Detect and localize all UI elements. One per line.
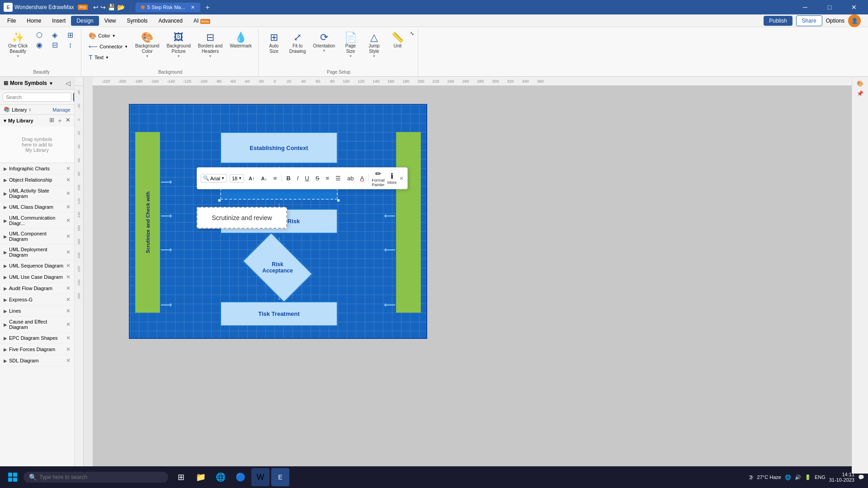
- remove-icon[interactable]: ✕: [66, 321, 71, 328]
- manage-btn[interactable]: Manage: [52, 107, 71, 113]
- borders-headers-btn[interactable]: ⊟ Borders and Headers ▼: [195, 31, 225, 60]
- unit-btn[interactable]: 📏 Unit: [387, 31, 408, 51]
- text-popup[interactable]: Scrutinize and review: [197, 207, 287, 229]
- sidebar-item-uml-activity[interactable]: ▶ UML Activity State Diagram ✕: [0, 186, 74, 202]
- canvas-scroll[interactable]: Scrutinize and Check with ⟶ ⟶ ⟶ ⟶ ⟶ ⟶ ⟶ …: [93, 86, 868, 474]
- sidebar-item-uml-sequence[interactable]: ▶ UML Sequence Diagram ✕: [0, 260, 74, 272]
- italic-btn[interactable]: I: [295, 174, 301, 183]
- sidebar-item-lines[interactable]: ▶ Lines ✕: [0, 305, 74, 317]
- sidebar-item-five-forces[interactable]: ▶ Five Forces Diagram ✕: [0, 344, 74, 355]
- menu-advanced[interactable]: Advanced: [153, 16, 188, 26]
- background-picture-btn[interactable]: 🖼 Background Picture ▼: [164, 31, 193, 60]
- bold-btn[interactable]: B: [284, 174, 292, 183]
- search-input[interactable]: [3, 93, 71, 102]
- menu-symbols[interactable]: Symbols: [122, 16, 153, 26]
- menu-ai[interactable]: AI Beta: [188, 16, 216, 26]
- fit-drawing-btn[interactable]: ⤢ Fit to Drawing: [287, 31, 309, 56]
- share-btn[interactable]: Share: [796, 15, 822, 26]
- volume-icon[interactable]: 🔊: [795, 474, 801, 480]
- watermark-btn[interactable]: 💧 Watermark: [227, 31, 255, 51]
- file-explorer-btn[interactable]: 📁: [192, 468, 210, 486]
- more-options-btn[interactable]: ℹ More: [387, 172, 397, 185]
- word-btn[interactable]: W: [251, 468, 269, 486]
- publish-btn[interactable]: Publish: [764, 16, 792, 26]
- color-btn[interactable]: 🎨 Color ▼: [86, 31, 131, 41]
- minimize-btn[interactable]: ─: [795, 0, 816, 14]
- remove-icon[interactable]: ✕: [66, 165, 71, 172]
- beautify-style1-btn[interactable]: ⬡: [32, 31, 47, 40]
- text-btn[interactable]: T Text ▼: [86, 52, 131, 62]
- grow-font-btn[interactable]: A↑: [247, 175, 256, 182]
- remove-icon[interactable]: ✕: [66, 249, 71, 255]
- menu-design[interactable]: Design: [71, 16, 99, 26]
- more-symbols-btn[interactable]: ⊞ More Symbols ▼: [4, 80, 53, 86]
- font-size-input[interactable]: 18 ▼: [230, 174, 244, 183]
- one-click-beautify-btn[interactable]: ✨ One Click Beautify ▼: [5, 31, 30, 60]
- edraw-btn[interactable]: E: [271, 468, 289, 486]
- network-icon[interactable]: 🌐: [785, 474, 791, 480]
- font-color-btn[interactable]: A: [359, 174, 366, 183]
- remove-icon[interactable]: ✕: [66, 335, 71, 341]
- sidebar-item-audit-flow[interactable]: ▶ Audit Flow Diagram ✕: [0, 283, 74, 294]
- remove-icon[interactable]: ✕: [66, 263, 71, 269]
- close-toolbar-btn[interactable]: ✕: [399, 175, 404, 182]
- sidebar-item-object-relationship[interactable]: ▶ Object Relationship ✕: [0, 174, 74, 186]
- doc-tab[interactable]: 5 Step Risk Ma... ✕: [136, 3, 200, 12]
- sidebar-item-express-g[interactable]: ▶ Express-G ✕: [0, 294, 74, 305]
- align-btn[interactable]: ≡: [272, 174, 279, 183]
- beautify-style5-btn[interactable]: ⊟: [47, 41, 62, 50]
- sidebar-item-cause-effect[interactable]: ▶ Cause and Effect Diagram ✕: [0, 317, 74, 333]
- beautify-style2-btn[interactable]: ◈: [47, 31, 62, 40]
- sidebar-item-uml-component[interactable]: ▶ UML Component Diagram ✕: [0, 229, 74, 244]
- remove-icon[interactable]: ✕: [66, 357, 71, 364]
- taskbar-search[interactable]: 🔍: [24, 472, 168, 483]
- remove-icon[interactable]: ✕: [66, 308, 71, 314]
- sidebar-item-epc[interactable]: ▶ EPC Diagram Shapes ✕: [0, 333, 74, 344]
- tisk-treatment-shape[interactable]: Tisk Treatment: [220, 301, 338, 326]
- underline-btn[interactable]: U: [303, 174, 311, 183]
- sidebar-item-sdl[interactable]: ▶ SDL Diagram ✕: [0, 355, 74, 366]
- auto-size-btn[interactable]: ⊞ Auto Size: [263, 31, 285, 56]
- orientation-btn[interactable]: ⟳ Orientation ▼: [311, 31, 338, 55]
- remove-icon[interactable]: ✕: [66, 346, 71, 352]
- bullet-btn[interactable]: ≡: [324, 174, 331, 183]
- strikethrough-btn[interactable]: S: [314, 174, 321, 183]
- my-library-header[interactable]: ▾ My Library ⊞ ＋ ✕: [0, 115, 74, 127]
- close-library-icon[interactable]: ✕: [66, 117, 71, 125]
- redo-btn[interactable]: ↪: [100, 4, 106, 11]
- page-size-btn[interactable]: 📄 Page Size ▼: [340, 31, 361, 60]
- shrink-font-btn[interactable]: A↓: [259, 175, 269, 182]
- options-btn[interactable]: Options: [826, 18, 844, 24]
- right-panel-btn1[interactable]: 🎨: [857, 80, 863, 87]
- sidebar-item-uml-usecase[interactable]: ▶ UML Use Case Diagram ✕: [0, 272, 74, 283]
- remove-icon[interactable]: ✕: [66, 296, 71, 303]
- sidebar-item-uml-class[interactable]: ▶ UML Class Diagram ✕: [0, 202, 74, 213]
- menu-insert[interactable]: Insert: [47, 16, 71, 26]
- sidebar-collapse-btn[interactable]: ◁: [66, 80, 71, 87]
- remove-icon[interactable]: ✕: [66, 274, 71, 280]
- start-button[interactable]: [4, 468, 22, 486]
- jump-style-btn[interactable]: △ Jump Style ▼: [363, 31, 385, 60]
- chrome-btn[interactable]: 🔵: [231, 468, 250, 486]
- list-btn[interactable]: ☰: [334, 174, 343, 183]
- remove-icon[interactable]: ✕: [66, 285, 71, 291]
- remove-icon[interactable]: ✕: [66, 177, 71, 183]
- close-btn[interactable]: ✕: [844, 0, 864, 14]
- font-family-select[interactable]: 🔍 Arial ▼: [201, 174, 227, 183]
- edge-btn[interactable]: 🌐: [212, 468, 230, 486]
- beautify-more-btn[interactable]: ↕: [63, 41, 77, 50]
- undo-btn[interactable]: ↩: [93, 4, 99, 11]
- add-library-icon[interactable]: ＋: [57, 117, 63, 125]
- menu-view[interactable]: View: [99, 16, 122, 26]
- remove-icon[interactable]: ✕: [66, 204, 71, 210]
- background-color-btn[interactable]: 🎨 Background Color ▼: [132, 31, 162, 60]
- remove-icon[interactable]: ✕: [66, 190, 71, 197]
- sidebar-item-infographic[interactable]: ▶ Infographic Charts ✕: [0, 163, 74, 174]
- grid-view-icon[interactable]: ⊞: [49, 117, 54, 125]
- user-avatar[interactable]: 👤: [848, 14, 861, 27]
- format-painter-btn[interactable]: ✏ FormatPainter: [372, 169, 385, 187]
- task-view-btn[interactable]: ⊞: [172, 468, 190, 486]
- remove-icon[interactable]: ✕: [66, 233, 71, 239]
- open-btn[interactable]: 📂: [117, 4, 125, 11]
- beautify-style3-btn[interactable]: ⊞: [63, 31, 77, 40]
